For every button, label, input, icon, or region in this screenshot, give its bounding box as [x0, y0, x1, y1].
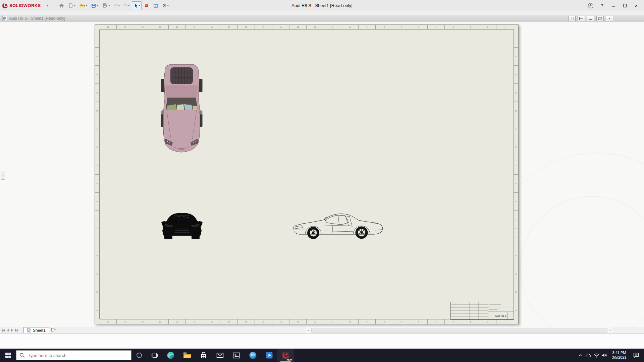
network-tray-icon[interactable]: [592, 349, 600, 362]
clock[interactable]: 3:41 PM 3/5/2021: [608, 351, 630, 360]
redo-button[interactable]: ↷ ▾: [122, 1, 131, 10]
undo-dropdown[interactable]: ▾: [118, 4, 120, 7]
undo-icon: ↶: [113, 3, 118, 8]
menu-expand-arrow[interactable]: ▸: [47, 3, 49, 8]
taskbar-icon-store[interactable]: [195, 349, 212, 362]
print-dropdown[interactable]: ▾: [108, 4, 110, 7]
last-sheet-button[interactable]: [15, 329, 18, 332]
zone-label: 21: [151, 25, 168, 29]
split-view-button[interactable]: [568, 16, 576, 21]
record-dot-icon: [145, 4, 148, 7]
zone-label: 23: [117, 319, 134, 324]
drawing-sheet[interactable]: 242322212019181716151413121110987654321 …: [95, 24, 519, 324]
select-tool-button[interactable]: ▾: [132, 1, 142, 10]
new-document-button[interactable]: ▾: [67, 1, 77, 10]
save-button[interactable]: ▾: [90, 1, 100, 10]
mouse-gesture-button[interactable]: [143, 1, 151, 10]
drawing-view-front[interactable]: [161, 212, 203, 240]
taskbar-icon-mail[interactable]: [212, 349, 228, 362]
tile-view-button[interactable]: [578, 16, 585, 21]
first-sheet-button[interactable]: [2, 329, 5, 332]
taskbar-search[interactable]: [16, 350, 131, 360]
doc-minimize-button[interactable]: [587, 16, 594, 21]
taskbar-icon-file-explorer[interactable]: [179, 349, 195, 362]
zone-label: 9: [359, 25, 376, 29]
drawing-view-side[interactable]: [292, 211, 385, 241]
redo-dropdown[interactable]: ▾: [128, 4, 129, 7]
minimize-button[interactable]: [608, 1, 619, 11]
taskbar-icon-solidworks[interactable]: 2021: [277, 349, 294, 362]
maximize-button[interactable]: [619, 1, 631, 11]
close-button[interactable]: ×: [631, 1, 642, 11]
undo-button[interactable]: ↶ ▾: [112, 1, 121, 10]
zone-label: 7: [393, 25, 410, 29]
select-tool-dropdown[interactable]: ▾: [139, 4, 140, 7]
previous-sheet-button[interactable]: [7, 329, 9, 332]
zone-label: K: [95, 138, 99, 156]
zone-label: 22: [134, 319, 151, 324]
scroll-right-arrow[interactable]: ›: [608, 328, 612, 332]
zone-label: H: [95, 175, 99, 193]
zone-label: 8: [376, 25, 393, 29]
zone-label: 24: [100, 319, 117, 324]
zone-label: G: [514, 193, 518, 211]
next-sheet-button[interactable]: [11, 329, 13, 332]
start-button[interactable]: [0, 349, 16, 362]
zone-label: H: [514, 175, 518, 193]
show-desktop-button[interactable]: [642, 349, 644, 362]
options-dropdown[interactable]: ▾: [167, 4, 169, 7]
doc-restore-icon: [598, 17, 602, 20]
doc-close-button[interactable]: ×: [606, 16, 613, 21]
zone-label: C: [514, 265, 518, 283]
sheet-tab-label: Sheet1: [33, 328, 46, 333]
onedrive-tray-icon[interactable]: [584, 349, 592, 362]
volume-tray-icon[interactable]: [600, 349, 608, 362]
quick-access-toolbar: ▾ ▾ ▾: [57, 1, 170, 10]
microsoft-store-icon: [200, 352, 207, 359]
scroll-left-arrow[interactable]: ‹: [306, 328, 311, 332]
taskbar: 2021: [0, 349, 644, 362]
save-dropdown[interactable]: ▾: [97, 4, 98, 7]
taskbar-icon-media-player[interactable]: [261, 349, 277, 362]
drawing-view-top[interactable]: [161, 63, 203, 153]
solidworks-version-badge: 2021: [286, 359, 292, 362]
zone-label: 16: [238, 319, 255, 324]
help-button[interactable]: ?: [596, 1, 608, 11]
scrollbar-thumb[interactable]: [311, 328, 607, 333]
add-sheet-button[interactable]: [49, 327, 57, 333]
graphics-area[interactable]: ‹ 24232221201918171615141312111098765432…: [0, 22, 644, 327]
new-document-dropdown[interactable]: ▾: [74, 4, 75, 7]
horizontal-scrollbar[interactable]: ‹ ›: [306, 327, 612, 333]
zone-label: 10: [341, 319, 358, 324]
zone-label: 13: [289, 319, 307, 324]
solidworks-logo[interactable]: SOLIDWORKS ▸: [2, 3, 49, 9]
taskbar-icon-browser[interactable]: [245, 349, 261, 362]
featuremanager-collapsed-tab[interactable]: ‹: [1, 172, 5, 180]
home-icon: [59, 3, 64, 8]
zone-label: E: [95, 229, 99, 247]
options-button[interactable]: ⚙ ▾: [161, 1, 170, 10]
user-account-button[interactable]: [585, 1, 596, 11]
zone-label: 8: [376, 319, 393, 324]
zone-label: 23: [117, 25, 134, 29]
zone-label: 21: [151, 319, 168, 324]
taskbar-icon-edge[interactable]: [162, 349, 179, 362]
sheet-properties-button[interactable]: [152, 1, 160, 10]
cortana-button[interactable]: [131, 349, 147, 362]
tab-sheet1[interactable]: Sheet1: [23, 327, 49, 333]
action-center-button[interactable]: [630, 349, 642, 362]
zone-label: 2: [479, 25, 496, 29]
print-button[interactable]: ▾: [101, 1, 111, 10]
open-button[interactable]: ▾: [78, 1, 89, 10]
home-button[interactable]: [57, 1, 66, 10]
search-input[interactable]: [16, 351, 131, 360]
zone-label: N: [95, 84, 99, 102]
chevron-up-icon: [578, 354, 582, 357]
open-dropdown[interactable]: ▾: [86, 4, 87, 7]
taskbar-icon-photos[interactable]: [228, 349, 245, 362]
solidworks-app-window: SOLIDWORKS ▸ ▾: [0, 0, 644, 362]
hidden-icons-button[interactable]: [576, 349, 584, 362]
doc-restore-button[interactable]: [596, 16, 604, 21]
zone-label: J: [514, 156, 518, 174]
task-view-button[interactable]: [147, 349, 162, 362]
